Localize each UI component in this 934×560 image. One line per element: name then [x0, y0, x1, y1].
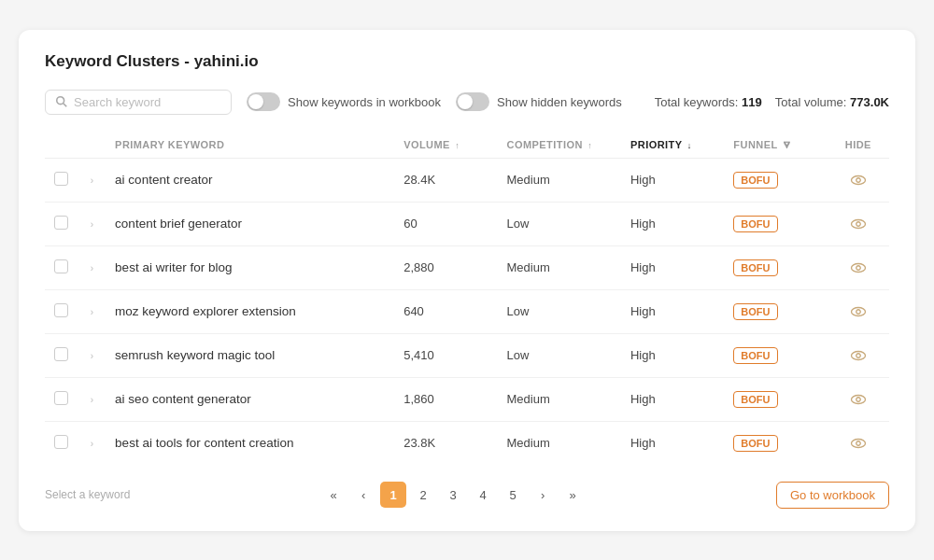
row-checkbox[interactable]: [54, 391, 68, 405]
search-input[interactable]: [74, 95, 221, 109]
row-keyword: best ai tools for content creation: [106, 421, 394, 465]
page-last[interactable]: »: [559, 482, 586, 508]
stats-volume-label: Total volume:: [775, 95, 847, 109]
svg-line-1: [64, 104, 67, 107]
row-checkbox-cell: [45, 245, 81, 289]
page-next[interactable]: ›: [530, 482, 556, 508]
svg-point-8: [851, 307, 865, 315]
hide-icon[interactable]: [837, 172, 880, 189]
svg-point-5: [856, 221, 861, 226]
row-priority: High: [621, 202, 724, 245]
funnel-filter-icon: ⛛: [782, 139, 792, 150]
row-expand-cell: ›: [81, 245, 106, 289]
hide-icon[interactable]: [837, 216, 880, 232]
row-keyword: content brief generator: [106, 202, 394, 245]
row-checkbox[interactable]: [54, 303, 68, 317]
search-icon: [55, 95, 68, 108]
row-checkbox-cell: [45, 289, 81, 333]
goto-workbook-button[interactable]: Go to workbook: [776, 482, 889, 509]
hide-icon[interactable]: [837, 303, 880, 320]
row-volume: 60: [394, 202, 497, 245]
row-volume: 28.4K: [394, 158, 497, 202]
row-checkbox[interactable]: [54, 259, 68, 273]
keyword-text: semrush keyword magic tool: [115, 348, 275, 362]
stats-area: Total keywords: 119 Total volume: 773.0K: [655, 95, 889, 109]
page-5[interactable]: 5: [500, 482, 526, 508]
row-expand-icon[interactable]: ›: [91, 395, 93, 405]
row-checkbox-cell: [45, 377, 81, 421]
row-volume: 2,880: [394, 245, 497, 289]
row-expand-icon[interactable]: ›: [91, 307, 93, 317]
row-expand-icon[interactable]: ›: [91, 219, 93, 230]
col-header-competition[interactable]: COMPETITION ↑: [498, 132, 621, 159]
bofu-badge: BOFU: [733, 391, 777, 408]
row-hide: [828, 289, 889, 333]
toggle-workbook-group: Show keywords in workbook: [247, 92, 441, 111]
row-funnel: BOFU: [724, 333, 827, 377]
row-checkbox[interactable]: [54, 347, 68, 361]
table-row: › moz keyword explorer extension 640 Low…: [45, 289, 889, 333]
row-checkbox[interactable]: [54, 435, 68, 449]
row-keyword: semrush keyword magic tool: [106, 333, 394, 377]
page-4[interactable]: 4: [470, 482, 496, 508]
hide-icon[interactable]: [837, 391, 880, 408]
row-competition: Medium: [498, 421, 621, 465]
page-1[interactable]: 1: [380, 482, 406, 508]
row-funnel: BOFU: [724, 289, 827, 333]
toggle-workbook-label: Show keywords in workbook: [288, 95, 441, 109]
row-keyword: moz keyword explorer extension: [106, 289, 394, 333]
hide-icon[interactable]: [837, 259, 880, 276]
row-hide: [828, 333, 889, 377]
row-expand-icon[interactable]: ›: [91, 175, 93, 186]
search-box[interactable]: [45, 90, 232, 115]
table-row: › content brief generator 60 Low High BO…: [45, 202, 889, 245]
row-checkbox[interactable]: [54, 216, 68, 230]
table-row: › best ai writer for blog 2,880 Medium H…: [45, 245, 889, 289]
hide-icon[interactable]: [837, 347, 880, 364]
row-expand-cell: ›: [81, 289, 106, 333]
row-priority: High: [621, 377, 724, 421]
row-expand-cell: ›: [81, 377, 106, 421]
bofu-badge: BOFU: [733, 347, 777, 364]
row-funnel: BOFU: [724, 421, 827, 465]
row-checkbox[interactable]: [54, 172, 68, 186]
stats-keywords-value: 119: [742, 95, 762, 109]
row-expand-cell: ›: [81, 333, 106, 377]
page-first[interactable]: «: [320, 482, 347, 508]
row-priority: High: [621, 245, 724, 289]
keyword-text: best ai writer for blog: [115, 260, 232, 274]
toggle-hidden-label: Show hidden keywords: [497, 95, 622, 109]
hide-icon[interactable]: [837, 435, 880, 452]
row-keyword: best ai writer for blog: [106, 245, 394, 289]
col-header-priority[interactable]: PRIORITY ↓: [621, 132, 724, 159]
page-title: Keyword Clusters - yahini.io: [45, 52, 889, 71]
page-2[interactable]: 2: [410, 482, 436, 508]
row-volume: 5,410: [394, 333, 497, 377]
col-header-keyword[interactable]: PRIMARY KEYWORD: [106, 132, 394, 159]
bofu-badge: BOFU: [733, 216, 777, 232]
row-hide: [828, 158, 889, 202]
page-prev[interactable]: ‹: [350, 482, 376, 508]
bofu-badge: BOFU: [733, 435, 777, 452]
row-priority: High: [621, 289, 724, 333]
row-hide: [828, 245, 889, 289]
row-hide: [828, 202, 889, 245]
toggle-hidden-group: Show hidden keywords: [456, 92, 622, 111]
keyword-text: moz keyword explorer extension: [115, 304, 296, 318]
keyword-text: content brief generator: [115, 217, 242, 231]
row-expand-cell: ›: [81, 202, 106, 245]
col-header-funnel[interactable]: FUNNEL ⛛: [724, 132, 827, 159]
row-expand-icon[interactable]: ›: [91, 263, 93, 273]
row-competition: Medium: [498, 377, 621, 421]
row-keyword: ai seo content generator: [106, 377, 394, 421]
toggle-workbook[interactable]: [247, 92, 280, 111]
row-expand-icon[interactable]: ›: [91, 439, 93, 449]
row-expand-cell: ›: [81, 421, 106, 465]
funnel-header-group: FUNNEL ⛛: [733, 139, 792, 150]
svg-point-9: [856, 309, 861, 314]
col-header-volume[interactable]: VOLUME ↑: [394, 132, 497, 159]
keyword-text: ai content creator: [115, 173, 212, 187]
page-3[interactable]: 3: [440, 482, 466, 508]
toggle-hidden[interactable]: [456, 92, 489, 111]
row-expand-icon[interactable]: ›: [91, 351, 93, 361]
